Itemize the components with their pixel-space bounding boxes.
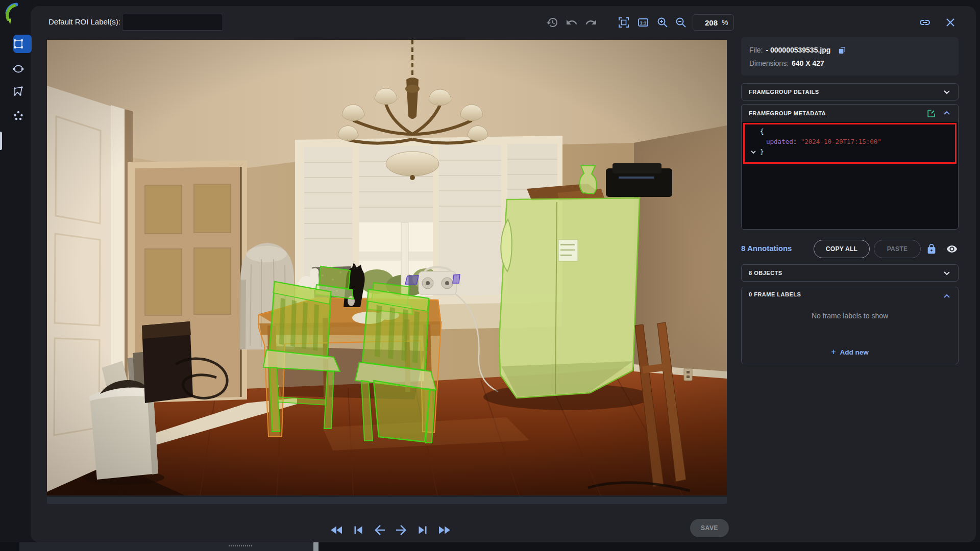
edit-icon[interactable] [927,109,936,118]
zoom-unit-label: % [722,18,728,27]
objects-section-header[interactable]: 8 OBJECTS [741,264,959,282]
annotations-toolbar: 8 Annotations COPY ALL PASTE [741,240,959,258]
bottom-window-strip [0,542,980,551]
close-icon[interactable] [944,16,957,29]
frame-labels-title: 0 FRAME LABELS [749,291,943,297]
json-collapse-icon[interactable] [750,128,757,135]
annotated-photo [47,40,727,495]
fit-to-screen-icon[interactable] [618,16,630,29]
json-open-brace: { [760,127,764,137]
framegroup-metadata-section: FRAMEGROUP METADATA { [741,104,959,230]
zoom-out-icon[interactable] [675,16,687,29]
one-to-one-icon[interactable]: 1:1 [637,16,649,29]
json-key: updated [766,137,793,147]
frame-labels-section: 0 FRAME LABELS No frame labels to show +… [741,287,959,364]
undo-icon[interactable] [566,16,578,29]
fast-rewind-button[interactable] [329,522,345,538]
history-icon[interactable] [546,16,558,29]
json-colon: : [793,137,797,147]
previous-frame-button[interactable] [372,522,387,538]
first-frame-button[interactable] [351,522,366,538]
bottom-strip-dots [229,545,252,546]
dimensions-value: 640 X 427 [792,59,824,67]
default-roi-label: Default ROI Label(s): [48,17,120,26]
file-label: File: [749,46,763,54]
frame-labels-empty-text: No frame labels to show [742,312,958,320]
annotations-count: 8 Annotations [741,244,792,253]
json-value: "2024-10-20T17:15:00" [801,137,881,147]
framegroup-details-title: FRAMEGROUP DETAILS [749,89,943,95]
left-toolbar-rail [0,0,31,542]
polygon-tool-button[interactable] [12,85,24,97]
zoom-level-box: % [693,14,734,31]
image-canvas[interactable] [47,40,727,495]
zoom-in-icon[interactable] [656,16,669,29]
ellipse-tool-button[interactable] [12,63,24,75]
lock-icon[interactable] [926,243,937,255]
plus-icon: + [831,347,836,356]
chevron-down-icon[interactable] [943,88,951,96]
vignette [47,40,727,495]
add-new-button[interactable]: +Add new [742,347,958,357]
svg-text:1:1: 1:1 [640,20,647,26]
file-info-card: File: - 000000539535.jpg Dimensions: 640… [741,37,959,76]
next-frame-button[interactable] [394,522,409,538]
roi-label-input[interactable] [122,14,223,31]
metadata-json-highlight[interactable]: { updated: "2024-10-20T17:15:00" } [743,123,957,164]
objects-title: 8 OBJECTS [749,270,943,276]
points-tool-button[interactable] [12,110,24,122]
bottom-strip-track [19,542,313,551]
rect-tool-button[interactable] [12,38,24,50]
copy-icon[interactable] [838,46,846,55]
json-close-brace: } [760,147,764,157]
bottom-strip-thumb[interactable] [313,542,318,551]
chevron-up-icon[interactable] [943,292,951,300]
last-frame-button[interactable] [415,522,430,538]
framegroup-metadata-header[interactable]: FRAMEGROUP METADATA [742,105,958,122]
framegroup-details-header[interactable]: FRAMEGROUP DETAILS [741,83,959,101]
add-new-label: Add new [840,348,869,356]
paste-button[interactable]: PASTE [874,240,921,258]
dimensions-label: Dimensions: [749,59,789,67]
fast-forward-button[interactable] [436,522,452,538]
zoom-level-input[interactable] [698,18,718,27]
main-panel: Default ROI Label(s): 1:1 [31,6,976,542]
chevron-up-icon[interactable] [943,109,951,117]
metadata-json-area: { updated: "2024-10-20T17:15:00" } [742,122,958,229]
framegroup-metadata-title: FRAMEGROUP METADATA [749,110,920,116]
canvas-scrollbar[interactable] [47,497,727,504]
redo-icon[interactable] [585,16,597,29]
copy-all-button[interactable]: COPY ALL [814,240,870,258]
save-button[interactable]: SAVE [690,519,729,537]
file-name: - 000000539535.jpg [766,46,830,54]
rail-scroll-indicator [0,132,2,150]
visibility-icon[interactable] [946,243,958,255]
app-logo-icon [4,2,28,26]
chevron-down-icon[interactable] [943,269,951,277]
annotation-app: Default ROI Label(s): 1:1 [0,0,980,551]
link-icon[interactable] [919,16,931,29]
